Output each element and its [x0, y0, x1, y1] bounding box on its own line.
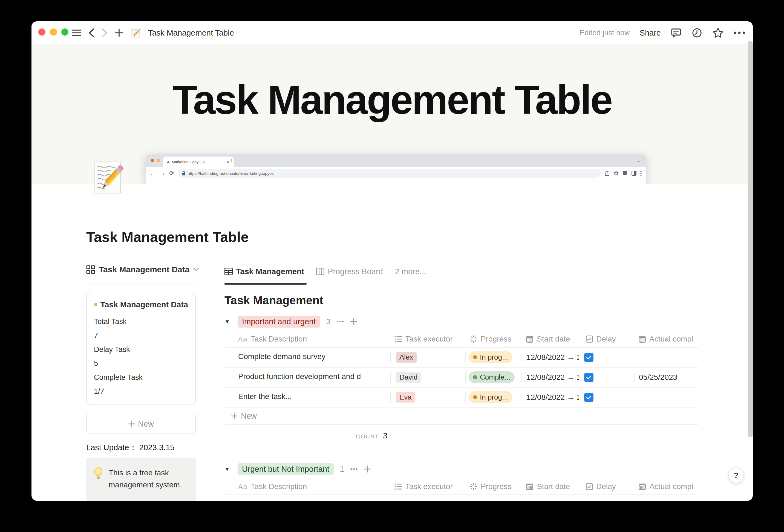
start-date-value[interactable]: 12/08/2022 → 12: [526, 353, 579, 362]
browser-profile-icon: [632, 171, 637, 176]
column-header-task-description[interactable]: AaTask Description: [224, 482, 390, 491]
card-stat-label: Complete Task: [94, 370, 188, 385]
task-title[interactable]: Product function development and d: [238, 372, 361, 382]
cover-hero-title: Task Management Table: [31, 77, 753, 123]
table-row[interactable]: Enter the task... Eva In prog... 12/08/2…: [224, 388, 698, 408]
browser-reload-icon: ⟳: [169, 170, 174, 176]
more-options-icon[interactable]: [734, 31, 745, 34]
column-header-actual-compl[interactable]: Actual compl: [634, 335, 698, 343]
progress-pill[interactable]: In prog...: [469, 352, 512, 363]
executor-tag[interactable]: Alex: [396, 352, 417, 363]
actual-date-value[interactable]: 05/25/2023: [639, 373, 677, 382]
browser-star-icon: [613, 171, 619, 176]
group-badge[interactable]: Important and urgent: [237, 316, 320, 328]
group-badge[interactable]: Urgent but Not Important: [237, 463, 334, 475]
page-memo-icon[interactable]: [90, 161, 127, 195]
delay-checkbox[interactable]: [584, 393, 593, 402]
progress-pill[interactable]: In prog...: [469, 391, 512, 403]
task-title[interactable]: Complete demand survey: [238, 352, 326, 362]
delay-checkbox[interactable]: [584, 353, 593, 362]
table-group: ▼ Important and urgent 3 AaTask Descript…: [224, 315, 698, 462]
text-icon: Aa: [238, 335, 248, 343]
task-title[interactable]: Enter the task...: [238, 392, 292, 402]
table-row[interactable]: Product function development and d David…: [224, 367, 698, 388]
start-date-value[interactable]: 12/08/2022 → 12: [526, 373, 579, 382]
tab-task-management[interactable]: Task Management: [224, 267, 304, 276]
tab-progress-board[interactable]: Progress Board: [316, 267, 383, 276]
tab-2-more-[interactable]: 2 more...: [395, 267, 426, 276]
check-icon: [586, 354, 592, 361]
delay-checkbox[interactable]: [584, 373, 593, 382]
sidebar-new-button[interactable]: New: [86, 414, 196, 434]
table-header-row: AaTask DescriptionTask executorProgressS…: [224, 331, 698, 347]
start-date-value[interactable]: 12/08/2022 → 12: [526, 393, 579, 402]
plus-icon: [128, 420, 135, 427]
tab-label: Task Management: [236, 267, 304, 276]
browser-tab-bar: AI Marketing Copy OS ✕ + ⌄: [146, 154, 646, 167]
browser-url-bar: https://kaibinding.notion.site/aimarketi…: [178, 169, 601, 177]
column-header-progress[interactable]: Progress: [465, 335, 522, 343]
column-header-start-date[interactable]: Start date: [522, 482, 579, 491]
collapse-triangle-icon[interactable]: ▼: [224, 318, 231, 325]
column-header-delay[interactable]: Delay: [579, 482, 634, 491]
back-icon[interactable]: [88, 28, 94, 37]
group-add-icon[interactable]: [350, 318, 357, 325]
column-header-label: Delay: [596, 335, 616, 343]
database-select[interactable]: Task Management Data: [86, 265, 199, 274]
column-header-label: Actual compl: [649, 335, 693, 343]
share-button[interactable]: Share: [640, 28, 661, 37]
column-header-start-date[interactable]: Start date: [522, 335, 579, 343]
help-button[interactable]: ?: [728, 468, 744, 483]
browser-forward-icon: →: [160, 170, 165, 176]
new-page-icon[interactable]: [115, 28, 123, 37]
minimize-window-button[interactable]: [50, 28, 57, 35]
titlebar: Task Management Table Edited just now Sh…: [31, 21, 753, 44]
window-title: Task Management Table: [148, 28, 234, 37]
summary-card[interactable]: Task Management Data Total Task 7Delay T…: [86, 293, 196, 405]
column-header-delay[interactable]: Delay: [579, 335, 634, 343]
group-more-icon[interactable]: [350, 468, 358, 470]
browser-tabs-chevron-icon: ⌄: [637, 157, 641, 163]
sidebar-toggle-icon[interactable]: [72, 29, 81, 36]
column-header-actual-compl[interactable]: Actual compl: [634, 482, 698, 491]
browser-toolbar: ← → ⟳ https://kaibinding.notion.site/aim…: [146, 167, 646, 179]
group-add-icon[interactable]: [364, 466, 371, 473]
status-dot-icon: [473, 355, 477, 359]
database-select-label: Task Management Data: [99, 265, 190, 274]
close-window-button[interactable]: [38, 28, 46, 35]
group-header: ▼ Important and urgent 3: [224, 315, 698, 328]
collapse-triangle-icon[interactable]: ▼: [224, 466, 231, 472]
browser-tab-title: AI Marketing Copy OS: [167, 160, 224, 164]
table-group: ▼ Urgent but Not Important 1 AaTask Desc…: [224, 462, 698, 501]
calendar-icon: [638, 335, 646, 343]
vertical-scrollbar[interactable]: [748, 41, 753, 437]
check-icon: [586, 394, 592, 401]
group-more-icon[interactable]: [336, 320, 344, 323]
executor-tag[interactable]: David: [396, 372, 421, 383]
progress-pill[interactable]: Comple...: [469, 371, 515, 383]
summary-card-title: Task Management Data: [101, 300, 188, 309]
browser-tab-close-icon: ✕: [226, 160, 230, 165]
add-row-button[interactable]: New: [224, 408, 698, 425]
calendar-icon: [526, 335, 534, 343]
card-stat-label: Total Task: [94, 315, 188, 329]
column-header-progress[interactable]: Progress: [465, 482, 522, 491]
table-groups: ▼ Important and urgent 3 AaTask Descript…: [224, 315, 698, 501]
card-stat-label: Delay Task: [94, 343, 188, 357]
column-header-label: Progress: [481, 335, 511, 343]
history-icon[interactable]: [692, 27, 702, 38]
column-header-label: Actual compl: [649, 482, 693, 491]
zoom-window-button[interactable]: [61, 28, 68, 35]
edited-status: Edited just now: [580, 29, 630, 37]
forward-icon[interactable]: [102, 28, 108, 37]
progress-icon: [470, 483, 477, 491]
comments-icon[interactable]: [671, 27, 682, 38]
table-row[interactable]: Complete demand survey Alex In prog... 1…: [224, 347, 698, 367]
favorite-star-icon[interactable]: [712, 27, 724, 38]
column-header-label: Task executor: [405, 335, 453, 343]
column-header-task-executor[interactable]: Task executor: [390, 482, 465, 491]
executor-tag[interactable]: Eva: [396, 392, 415, 402]
progress-label: In prog...: [480, 393, 508, 401]
column-header-task-executor[interactable]: Task executor: [390, 335, 465, 343]
column-header-task-description[interactable]: AaTask Description: [224, 335, 390, 343]
